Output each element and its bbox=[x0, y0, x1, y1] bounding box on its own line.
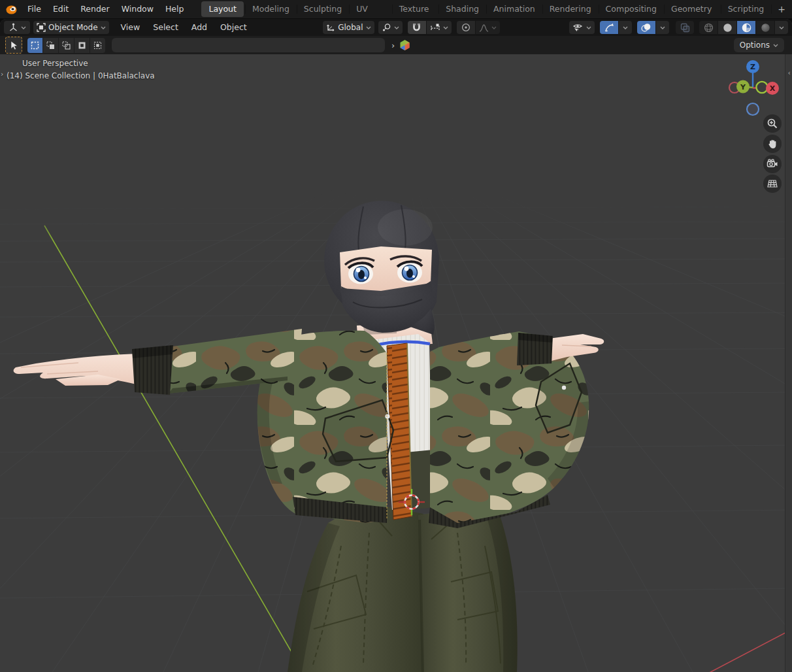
tab-modeling[interactable]: Modeling bbox=[245, 0, 297, 18]
select-mode-options bbox=[27, 38, 105, 53]
viewport-3d[interactable]: User Perspective (14) Scene Collection |… bbox=[0, 54, 792, 672]
snap-toggle-button[interactable] bbox=[408, 21, 426, 34]
shading-rendered-button[interactable] bbox=[756, 21, 774, 34]
tab-uv-editing[interactable]: UV Editing bbox=[349, 0, 392, 18]
chevron-down-icon bbox=[101, 26, 106, 29]
pan-button[interactable] bbox=[763, 135, 782, 153]
chevron-down-icon bbox=[586, 26, 591, 29]
chevron-down-icon bbox=[773, 44, 778, 47]
shading-dropdown[interactable] bbox=[775, 21, 788, 34]
tab-scripting[interactable]: Scripting bbox=[721, 0, 772, 18]
options-label: Options bbox=[740, 41, 770, 50]
add-workspace-button[interactable]: + bbox=[771, 0, 792, 18]
menu-edit[interactable]: Edit bbox=[47, 0, 74, 18]
right-sleeve bbox=[434, 333, 521, 368]
snap-increment-icon bbox=[430, 24, 440, 32]
rendered-sphere-icon bbox=[761, 23, 770, 33]
xray-icon bbox=[680, 23, 690, 33]
gizmo-neg-z-axis bbox=[747, 103, 759, 115]
menu-window[interactable]: Window bbox=[116, 0, 159, 18]
xray-toggle[interactable] bbox=[676, 21, 694, 34]
workspace-tabs: Layout Modeling Sculpting UV Editing Tex… bbox=[200, 0, 792, 18]
toolbar-expand-chevron[interactable]: › bbox=[1, 70, 3, 78]
tab-compositing[interactable]: Compositing bbox=[599, 0, 664, 18]
zoom-button[interactable] bbox=[763, 114, 782, 133]
options-dropdown[interactable]: Options bbox=[734, 38, 784, 52]
magnifier-plus-icon bbox=[767, 118, 778, 129]
select-mode-subtract[interactable] bbox=[59, 38, 74, 53]
select-mode-extend[interactable] bbox=[43, 38, 58, 53]
chevron-down-icon bbox=[366, 26, 371, 29]
select-mode-invert[interactable] bbox=[74, 38, 90, 53]
menu-file[interactable]: File bbox=[22, 0, 47, 18]
overlays-icon bbox=[641, 23, 652, 32]
snap-target-dropdown[interactable] bbox=[427, 21, 452, 34]
tab-animation[interactable]: Animation bbox=[486, 0, 542, 18]
head bbox=[324, 201, 439, 335]
blender-logo-icon[interactable] bbox=[5, 3, 18, 16]
select-menu[interactable]: Select bbox=[146, 19, 185, 36]
overlays-dropdown[interactable] bbox=[656, 21, 669, 34]
active-object-breadcrumb: (14) Scene Collection | 0HatBalaclava bbox=[7, 71, 155, 80]
mode-dropdown[interactable]: Object Mode bbox=[33, 21, 109, 34]
viewport-header: Object Mode View Select Add Object Globa… bbox=[0, 19, 792, 36]
select-mode-intersect[interactable] bbox=[90, 38, 105, 53]
proportional-editing-icon bbox=[461, 23, 470, 32]
viewport-area: Object Mode View Select Add Object Globa… bbox=[0, 19, 792, 672]
active-tool-select-box[interactable] bbox=[5, 37, 22, 54]
tab-texture-paint[interactable]: Texture Paint bbox=[392, 0, 439, 18]
chevron-down-icon bbox=[394, 26, 399, 29]
blender-window: File Edit Render Window Help Layout Mode… bbox=[0, 0, 792, 672]
chevron-down-icon bbox=[491, 26, 497, 29]
chevron-down-icon bbox=[623, 26, 628, 29]
orientation-label: Global bbox=[338, 23, 363, 32]
visibility-eye-icon bbox=[572, 23, 584, 32]
show-object-types-dropdown[interactable] bbox=[569, 21, 595, 34]
pivot-point-dropdown[interactable] bbox=[378, 21, 403, 34]
camera-view-button[interactable] bbox=[763, 155, 782, 173]
camera-icon bbox=[767, 159, 778, 169]
view-menu[interactable]: View bbox=[114, 19, 147, 36]
tab-layout[interactable]: Layout bbox=[201, 1, 244, 17]
right-arm bbox=[434, 333, 604, 368]
last-operation-cube-icon[interactable] bbox=[399, 39, 410, 51]
editor-type-button[interactable] bbox=[4, 21, 30, 34]
add-menu[interactable]: Add bbox=[185, 19, 214, 36]
tab-shading[interactable]: Shading bbox=[438, 0, 486, 18]
menu-render[interactable]: Render bbox=[74, 0, 116, 18]
perspective-toggle-button[interactable] bbox=[763, 175, 782, 193]
chevron-down-icon bbox=[660, 26, 665, 29]
show-overlays-toggle[interactable] bbox=[637, 21, 655, 34]
object-menu[interactable]: Object bbox=[214, 19, 254, 36]
show-gizmo-toggle[interactable] bbox=[600, 21, 618, 34]
gizmo-z-label: Z bbox=[750, 63, 755, 71]
tab-geometry-nodes[interactable]: Geometry Nodes bbox=[664, 0, 721, 18]
left-arm bbox=[14, 329, 302, 395]
proportional-editing-button[interactable] bbox=[457, 21, 475, 34]
chevron-down-icon bbox=[21, 26, 26, 29]
viewport-editor-icon bbox=[8, 23, 18, 32]
pivot-point-icon bbox=[382, 23, 391, 32]
tab-sculpting[interactable]: Sculpting bbox=[297, 0, 349, 18]
gizmo-neg-y-axis bbox=[756, 82, 767, 93]
gizmo-x-label: X bbox=[770, 84, 776, 93]
select-mode-set[interactable] bbox=[27, 38, 42, 53]
menu-help[interactable]: Help bbox=[159, 0, 190, 18]
shading-material-button[interactable] bbox=[737, 21, 755, 34]
orientation-axes-icon bbox=[326, 24, 335, 32]
grid-perspective-icon bbox=[767, 178, 778, 189]
x-axis-line bbox=[689, 620, 792, 672]
scene-canvas bbox=[0, 54, 792, 672]
expand-region-chevron[interactable]: › bbox=[391, 41, 395, 50]
shading-solid-button[interactable] bbox=[718, 21, 736, 34]
tool-settings-header: › Options bbox=[0, 36, 792, 54]
tab-rendering[interactable]: Rendering bbox=[542, 0, 599, 18]
transform-orientation-dropdown[interactable]: Global bbox=[323, 21, 374, 34]
proportional-falloff-dropdown[interactable] bbox=[476, 21, 500, 34]
view-perspective-label: User Perspective bbox=[22, 59, 88, 68]
shading-wireframe-button[interactable] bbox=[699, 21, 718, 34]
solid-sphere-icon bbox=[723, 23, 733, 33]
gizmo-dropdown[interactable] bbox=[619, 21, 632, 34]
cursor-arrow-icon bbox=[10, 41, 18, 50]
chevron-down-icon bbox=[779, 26, 784, 29]
